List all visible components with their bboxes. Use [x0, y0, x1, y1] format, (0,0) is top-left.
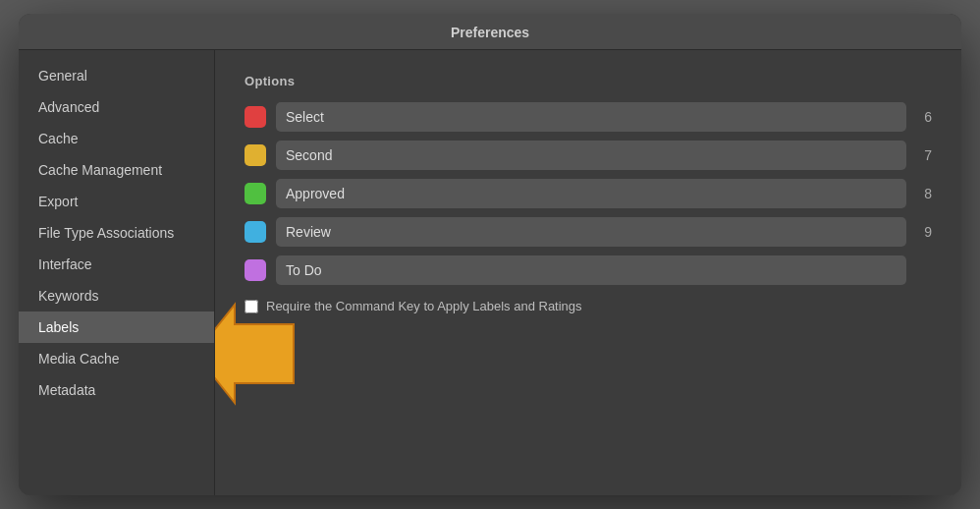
- color-swatch: [245, 106, 266, 128]
- window-content: GeneralAdvancedCacheCache ManagementExpo…: [19, 50, 961, 495]
- svg-marker-0: [215, 305, 294, 403]
- window-title: Preferences: [451, 25, 529, 40]
- label-number: 6: [916, 109, 932, 125]
- sidebar: GeneralAdvancedCacheCache ManagementExpo…: [19, 50, 215, 495]
- sidebar-item-general[interactable]: General: [19, 60, 214, 91]
- label-row: 8: [245, 179, 932, 208]
- label-input[interactable]: [276, 102, 906, 132]
- label-input[interactable]: [276, 217, 906, 247]
- options-title: Options: [245, 74, 932, 88]
- label-row: 6: [245, 102, 932, 132]
- sidebar-item-media-cache[interactable]: Media Cache: [19, 343, 214, 374]
- sidebar-item-advanced[interactable]: Advanced: [19, 91, 214, 123]
- label-input[interactable]: [276, 179, 906, 208]
- label-input[interactable]: [276, 255, 906, 285]
- sidebar-item-metadata[interactable]: Metadata: [19, 374, 214, 406]
- main-panel: Options 6789 Require the Command Key to …: [215, 50, 961, 495]
- sidebar-item-labels[interactable]: Labels: [19, 311, 214, 343]
- label-row: 9: [245, 217, 932, 247]
- label-number: 7: [916, 147, 932, 163]
- checkbox-row: Require the Command Key to Apply Labels …: [245, 299, 932, 313]
- sidebar-item-interface[interactable]: Interface: [19, 249, 214, 280]
- label-number: 9: [916, 224, 932, 240]
- label-row: [245, 255, 932, 285]
- command-key-label: Require the Command Key to Apply Labels …: [266, 299, 582, 313]
- color-swatch: [245, 183, 266, 204]
- sidebar-item-file-type-associations[interactable]: File Type Associations: [19, 217, 214, 249]
- labels-container: 6789: [245, 102, 932, 285]
- label-number: 8: [916, 186, 932, 201]
- sidebar-item-export[interactable]: Export: [19, 186, 214, 217]
- label-row: 7: [245, 141, 932, 170]
- label-input[interactable]: [276, 141, 906, 170]
- sidebar-item-cache[interactable]: Cache: [19, 123, 214, 154]
- color-swatch: [245, 221, 266, 243]
- preferences-window: Preferences GeneralAdvancedCacheCache Ma…: [19, 14, 961, 495]
- color-swatch: [245, 144, 266, 166]
- sidebar-item-cache-management[interactable]: Cache Management: [19, 154, 214, 186]
- title-bar: Preferences: [19, 14, 961, 50]
- sidebar-item-keywords[interactable]: Keywords: [19, 280, 214, 311]
- color-swatch: [245, 259, 266, 281]
- command-key-checkbox[interactable]: [245, 300, 258, 313]
